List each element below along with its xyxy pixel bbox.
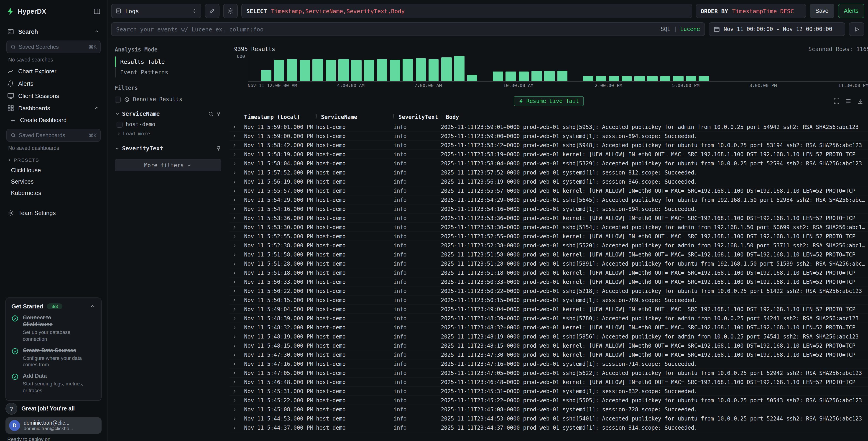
- sidebar-item-dashboards[interactable]: Dashboards: [5, 102, 101, 114]
- row-expand-icon[interactable]: [232, 134, 237, 138]
- mode-lucene-toggle[interactable]: Lucene: [680, 26, 700, 32]
- row-expand-icon[interactable]: [232, 380, 237, 384]
- get-started-step[interactable]: Create Data Sources Configure where your…: [11, 347, 96, 368]
- table-row[interactable]: Nov 11 5:48:19.000 PMhost-demoinfo2025-1…: [229, 332, 868, 341]
- table-row[interactable]: Nov 11 5:45:22.000 PMhost-demoinfo2025-1…: [229, 396, 868, 405]
- chart-bar[interactable]: [660, 76, 670, 81]
- chart-bar[interactable]: [390, 60, 400, 81]
- row-expand-icon[interactable]: [232, 289, 237, 293]
- row-expand-icon[interactable]: [232, 352, 237, 357]
- chevron-up-icon[interactable]: [94, 105, 100, 111]
- chart-bar[interactable]: [300, 60, 310, 81]
- table-row[interactable]: Nov 11 5:46:48.000 PMhost-demoinfo2025-1…: [229, 378, 868, 387]
- table-row[interactable]: Nov 11 5:48:15.000 PMhost-demoinfo2025-1…: [229, 341, 868, 350]
- row-expand-icon[interactable]: [232, 198, 237, 202]
- table-row[interactable]: Nov 11 5:55:57.000 PMhost-demoinfo2025-1…: [229, 186, 868, 196]
- sidebar-item-chart-explorer[interactable]: Chart Explorer: [5, 65, 101, 78]
- edit-source-button[interactable]: [205, 4, 219, 18]
- row-expand-icon[interactable]: [232, 261, 237, 266]
- table-row[interactable]: Nov 11 5:51:18.000 PMhost-demoinfo2025-1…: [229, 268, 868, 277]
- chart-bar[interactable]: [609, 76, 619, 81]
- select-query-input[interactable]: SELECT Timestamp,ServiceName,SeverityTex…: [241, 4, 692, 18]
- row-expand-icon[interactable]: [232, 125, 237, 129]
- source-settings-button[interactable]: [223, 4, 238, 18]
- chart-bar[interactable]: [544, 71, 554, 81]
- row-expand-icon[interactable]: [232, 188, 237, 193]
- table-row[interactable]: Nov 11 5:48:39.000 PMhost-demoinfo2025-1…: [229, 314, 868, 323]
- row-expand-icon[interactable]: [232, 152, 237, 156]
- facet-servicename-header[interactable]: ServiceName: [115, 110, 221, 117]
- chart-bar[interactable]: [351, 60, 361, 81]
- sidebar-item-search[interactable]: Search: [5, 26, 101, 38]
- table-row[interactable]: Nov 11 5:58:42.000 PMhost-demoinfo2025-1…: [229, 141, 868, 150]
- row-expand-icon[interactable]: [232, 270, 237, 275]
- chevron-up-icon[interactable]: [94, 29, 100, 35]
- table-row[interactable]: Nov 11 5:50:22.000 PMhost-demoinfo2025-1…: [229, 287, 868, 296]
- chart-bar[interactable]: [531, 71, 542, 81]
- chart-bar[interactable]: [686, 76, 696, 81]
- chart-bar[interactable]: [596, 76, 606, 81]
- table-row[interactable]: Nov 11 5:52:38.000 PMhost-demoinfo2025-1…: [229, 241, 868, 250]
- chevron-up-icon[interactable]: [90, 303, 96, 309]
- saved-searches-input[interactable]: ⌘K: [6, 40, 101, 53]
- chart-bar[interactable]: [519, 71, 529, 81]
- row-expand-icon[interactable]: [232, 334, 237, 339]
- table-row[interactable]: Nov 11 5:51:58.000 PMhost-demoinfo2025-1…: [229, 250, 868, 259]
- table-row[interactable]: Nov 11 5:51:28.000 PMhost-demoinfo2025-1…: [229, 259, 868, 268]
- get-started-step[interactable]: Connect to ClickHouse Set up your databa…: [11, 314, 96, 342]
- col-servicename[interactable]: ServiceName: [316, 114, 394, 120]
- user-menu[interactable]: D dominic.tran@clic... dominic.tran@clic…: [5, 417, 101, 434]
- table-row[interactable]: Nov 11 5:59:00.000 PMhost-demoinfo2025-1…: [229, 132, 868, 141]
- table-row[interactable]: Nov 11 5:57:52.000 PMhost-demoinfo2025-1…: [229, 168, 868, 177]
- preset-kubernetes[interactable]: Kubernetes: [5, 187, 101, 199]
- row-expand-icon[interactable]: [232, 234, 237, 238]
- table-row[interactable]: Nov 11 5:48:32.000 PMhost-demoinfo2025-1…: [229, 323, 868, 332]
- table-row[interactable]: Nov 11 5:52:55.000 PMhost-demoinfo2025-1…: [229, 232, 868, 241]
- pin-icon[interactable]: [216, 146, 221, 151]
- chart-bar[interactable]: [364, 60, 374, 81]
- row-expand-icon[interactable]: [232, 389, 237, 393]
- saved-dashboards-input[interactable]: ⌘K: [6, 129, 101, 142]
- collapse-sidebar-icon[interactable]: [93, 8, 101, 15]
- saved-dashboards-field[interactable]: [19, 132, 86, 139]
- row-expand-icon[interactable]: [232, 161, 237, 166]
- row-expand-icon[interactable]: [232, 216, 237, 220]
- table-row[interactable]: Nov 11 5:44:37.000 PMhost-demoinfo2025-1…: [229, 423, 868, 432]
- chart-bar[interactable]: [274, 60, 284, 81]
- row-expand-icon[interactable]: [232, 325, 237, 330]
- chart-bar[interactable]: [622, 76, 632, 81]
- sidebar-item-client-sessions[interactable]: Client Sessions: [5, 90, 101, 102]
- row-expand-icon[interactable]: [232, 252, 237, 257]
- get-started-step[interactable]: Add Data Start sending logs, metrics, or…: [11, 373, 96, 393]
- presets-toggle[interactable]: PRESETS: [5, 153, 101, 165]
- event-search-input[interactable]: [116, 26, 660, 33]
- col-severitytext[interactable]: SeverityText: [394, 114, 441, 120]
- table-row[interactable]: Nov 11 5:54:29.000 PMhost-demoinfo2025-1…: [229, 196, 868, 205]
- facet-option-host-demo[interactable]: host-demo: [117, 120, 221, 129]
- chart-bar[interactable]: [467, 75, 477, 81]
- row-expand-icon[interactable]: [232, 225, 237, 229]
- table-row[interactable]: Nov 11 5:53:30.000 PMhost-demoinfo2025-1…: [229, 223, 868, 232]
- chart-bar[interactable]: [313, 59, 323, 81]
- chart-bar[interactable]: [377, 59, 387, 81]
- mode-results-table[interactable]: Results Table: [115, 57, 221, 67]
- table-row[interactable]: Nov 11 5:53:36.000 PMhost-demoinfo2025-1…: [229, 214, 868, 223]
- chart-bar[interactable]: [261, 70, 272, 81]
- download-icon[interactable]: [857, 98, 863, 104]
- denoise-checkbox[interactable]: [115, 96, 121, 102]
- orderby-input[interactable]: ORDER BY TimestampTime DESC: [695, 4, 806, 18]
- row-expand-icon[interactable]: [232, 143, 237, 147]
- chart-bar[interactable]: [583, 76, 593, 81]
- table-row[interactable]: Nov 11 5:58:19.000 PMhost-demoinfo2025-1…: [229, 150, 868, 159]
- resume-live-tail-button[interactable]: Resume Live Tail: [514, 96, 584, 106]
- table-row[interactable]: Nov 11 5:47:16.000 PMhost-demoinfo2025-1…: [229, 359, 868, 369]
- chart-bar[interactable]: [673, 76, 683, 81]
- chart-bar[interactable]: [403, 59, 413, 81]
- table-row[interactable]: Nov 11 5:45:31.000 PMhost-demoinfo2025-1…: [229, 387, 868, 396]
- load-more-button[interactable]: Load more: [117, 129, 221, 139]
- table-row[interactable]: Nov 11 5:50:15.000 PMhost-demoinfo2025-1…: [229, 296, 868, 305]
- alerts-button[interactable]: Alerts: [838, 4, 864, 18]
- col-body[interactable]: Body: [441, 114, 868, 120]
- create-dashboard-button[interactable]: Create Dashboard: [5, 114, 101, 126]
- chart-bar[interactable]: [506, 71, 516, 81]
